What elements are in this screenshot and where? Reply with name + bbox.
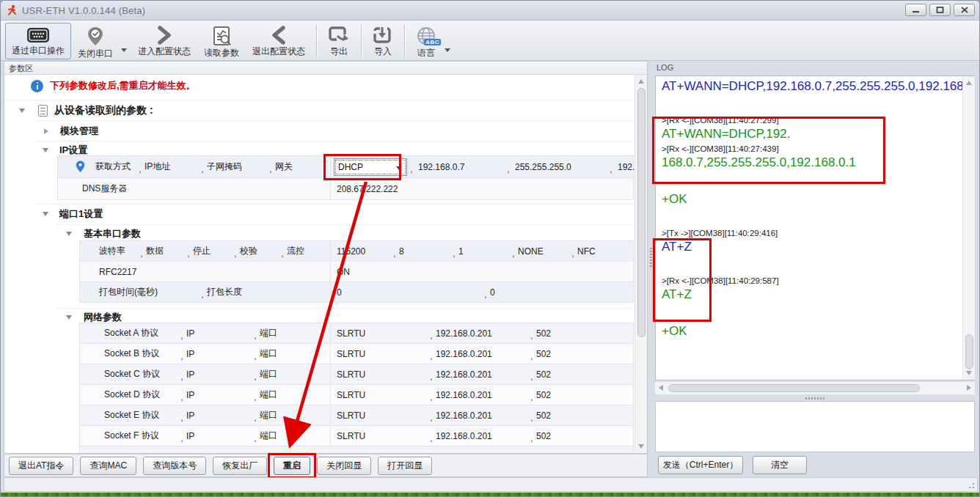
action-button[interactable]: 重启	[274, 457, 310, 475]
splitter-grip-icon	[805, 397, 824, 400]
expand-arrow-icon[interactable]	[66, 315, 72, 320]
send-input[interactable]	[656, 402, 974, 452]
socket-protocol-value[interactable]: SLRTU	[337, 390, 427, 400]
socket-protocol-value[interactable]: SLRTU	[337, 411, 427, 421]
tree-section-serial[interactable]: 基本串口参数	[56, 224, 645, 242]
socket-port-value[interactable]: 502	[536, 390, 551, 400]
toolbar-import-button[interactable]: 导入	[366, 23, 400, 59]
toolbar-close-port-button[interactable]: 关闭串口	[71, 23, 120, 59]
socket-protocol-value[interactable]: SLRTU	[337, 349, 427, 359]
toolbar-read-params-button[interactable]: 读取参数	[197, 23, 246, 59]
socket-port-value[interactable]: 502	[536, 411, 551, 421]
scroll-up-arrow[interactable]	[966, 81, 972, 85]
toolbar-button-label: 导入	[374, 45, 392, 58]
scroll-right-arrow[interactable]	[967, 385, 971, 391]
scrollbar-thumb[interactable]	[668, 384, 920, 392]
comma-separator: ,	[450, 248, 458, 259]
log-horizontal-scrollbar[interactable]	[655, 382, 975, 394]
restart-notice: 下列参数修改后,需重启才能生效。	[50, 79, 196, 92]
ip-address-value[interactable]: 192.168.0.7	[416, 162, 504, 172]
expand-arrow-icon[interactable]	[66, 232, 72, 236]
log-line: >[Rx <-][COM38][11:40:29:587]	[662, 276, 959, 285]
socket-ip-value[interactable]: 192.168.0.201	[436, 369, 527, 380]
comma-separator: ,	[427, 392, 436, 402]
comma-separator: ,	[251, 372, 260, 382]
comma-separator: ,	[251, 413, 260, 423]
socket-protocol-value[interactable]: SLRTU	[337, 369, 427, 380]
send-input-box	[655, 401, 975, 452]
data-bits-value[interactable]: 8	[399, 246, 450, 257]
log-line: 168.0.7,255.255.255.0,192.168.0.1	[662, 155, 959, 170]
toolbar-export-button[interactable]: 导出	[321, 23, 356, 59]
expand-arrow-icon[interactable]	[43, 148, 48, 152]
log-panel: LOG AT+WANN=DHCP,192.168.0.7,255.255.255…	[654, 61, 978, 477]
close-port-dropdown-arrow[interactable]	[121, 48, 127, 52]
scroll-down-arrow[interactable]	[966, 371, 972, 375]
language-globe-icon: ABC	[416, 26, 436, 46]
socket-ip-value[interactable]: 192.168.0.201	[436, 328, 527, 339]
section-label: IP设置	[59, 144, 87, 157]
scroll-up-arrow[interactable]	[638, 79, 644, 84]
socket-port-value[interactable]: 502	[536, 431, 551, 441]
log-output[interactable]: AT+WANN=DHCP,192.168.0.7,255.255.255.0,1…	[655, 76, 975, 380]
socket-protocol-value[interactable]: SLRTU	[337, 328, 427, 339]
pack-length-value[interactable]: 0	[490, 287, 495, 298]
scrollbar-thumb[interactable]	[637, 88, 646, 337]
log-splitter[interactable]	[655, 395, 975, 401]
socket-label: Socket D 协议	[104, 389, 178, 401]
action-button[interactable]: 恢复出厂	[213, 457, 267, 475]
rfc2217-value[interactable]: ON	[337, 267, 350, 277]
subnet-mask-value[interactable]: 255.255.255.0	[513, 162, 607, 172]
action-button[interactable]: 查询MAC	[80, 457, 136, 475]
scrollbar-thumb[interactable]	[965, 334, 973, 369]
send-button[interactable]: 发送（Ctrl+Enter）	[658, 456, 743, 474]
panel-splitter[interactable]	[648, 61, 654, 454]
scroll-down-arrow[interactable]	[638, 444, 644, 449]
dns-value[interactable]: 208.67.222.222	[337, 184, 398, 194]
pin-check-icon	[86, 26, 105, 47]
baud-value[interactable]: 115200	[337, 246, 390, 257]
expand-arrow-icon[interactable]	[19, 108, 25, 113]
parity-value[interactable]: NONE	[518, 246, 568, 257]
flow-control-value[interactable]: NFC	[577, 246, 596, 257]
toolbar-enter-config-button[interactable]: 进入配置状态	[131, 23, 197, 59]
tree-root-row[interactable]: 从设备读取到的参数 :	[4, 100, 645, 120]
socket-ip-value[interactable]: 192.168.0.201	[436, 390, 527, 400]
resize-grip-icon[interactable]	[967, 481, 975, 489]
tree-section-port1[interactable]: 端口1设置	[34, 204, 645, 223]
stop-bits-value[interactable]: 1	[458, 246, 509, 257]
maximize-button[interactable]	[929, 4, 951, 16]
expand-arrow-icon[interactable]	[43, 212, 48, 216]
table-row-socket: Socket B 协议 , IP , 端口 SLRTU , 192.168.0.…	[80, 344, 633, 364]
socket-ip-value[interactable]: 192.168.0.201	[436, 431, 527, 441]
action-button[interactable]: 打开回显	[378, 457, 432, 475]
collapse-arrow-icon[interactable]	[44, 128, 48, 134]
action-button[interactable]: 退出AT指令	[9, 457, 73, 475]
dhcp-combobox[interactable]: DHCP	[334, 158, 407, 176]
action-button[interactable]: 查询版本号	[143, 457, 206, 475]
socket-port-value[interactable]: 502	[536, 328, 551, 339]
table-row-packing: 打包时间(毫秒) , 打包长度 0 , 0	[80, 282, 633, 303]
socket-ip-value[interactable]: 192.168.0.201	[436, 349, 527, 359]
parameter-scrollbar[interactable]	[635, 75, 647, 453]
ip-settings-table: 获取方式 , IP地址 , 子网掩码 , 网关 DHCP ,	[57, 155, 634, 200]
pack-time-value[interactable]: 0	[337, 287, 481, 298]
clipped-table-row	[79, 446, 634, 453]
toolbar-language-button[interactable]: ABC 语言	[409, 23, 443, 59]
toolbar-serial-mode-button[interactable]: 通过串口操作	[5, 23, 71, 59]
comma-separator: ,	[231, 248, 240, 259]
log-vertical-scrollbar[interactable]	[962, 76, 975, 380]
close-button[interactable]	[954, 4, 975, 16]
parameter-panel: 参数区 下列参数修改后,需重启才能生效。 从设备读取到的参数 : 模块管理 IP…	[4, 61, 648, 454]
toolbar-exit-config-button[interactable]: 退出配置状态	[246, 23, 312, 59]
socket-ip-value[interactable]: 192.168.0.201	[436, 411, 527, 421]
language-dropdown-arrow[interactable]	[445, 48, 450, 52]
action-button[interactable]: 关闭回显	[317, 457, 371, 475]
socket-port-value[interactable]: 502	[536, 349, 551, 359]
scroll-left-arrow[interactable]	[659, 385, 663, 391]
socket-port-value[interactable]: 502	[536, 369, 551, 380]
socket-protocol-value[interactable]: SLRTU	[337, 431, 427, 441]
minimize-button[interactable]	[905, 4, 926, 16]
tree-section-module[interactable]: 模块管理	[34, 120, 645, 141]
clear-button[interactable]: 清空	[753, 456, 807, 474]
